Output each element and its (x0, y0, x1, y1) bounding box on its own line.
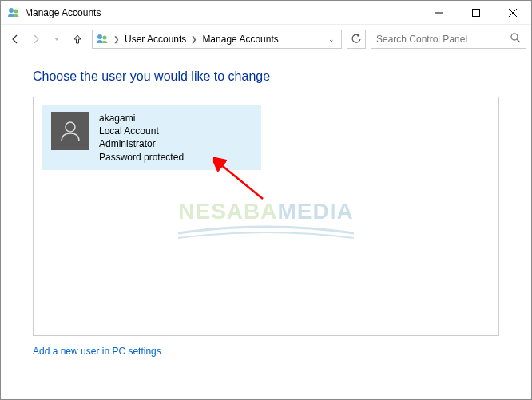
svg-rect-3 (473, 9, 480, 16)
breadcrumb-item-user-accounts[interactable]: User Accounts (123, 34, 188, 45)
titlebar: Manage Accounts (1, 1, 531, 25)
account-role: Administrator (99, 137, 184, 150)
chevron-right-icon[interactable]: ❯ (112, 35, 121, 43)
recent-locations-button[interactable] (47, 30, 66, 49)
account-name: akagami (99, 112, 184, 125)
back-button[interactable] (6, 30, 25, 49)
account-tile[interactable]: akagami Local Account Administrator Pass… (42, 105, 261, 170)
svg-point-6 (97, 34, 102, 39)
up-button[interactable] (68, 30, 87, 49)
watermark: NESABAMEDIA (178, 199, 353, 224)
add-new-user-link[interactable]: Add a new user in PC settings (33, 346, 161, 357)
account-type: Local Account (99, 125, 184, 137)
breadcrumb-icon (96, 33, 109, 46)
watermark-swoosh (174, 219, 358, 243)
svg-line-9 (517, 39, 520, 42)
navbar: ❯ User Accounts ❯ Manage Accounts ⌄ (1, 25, 531, 53)
svg-point-7 (103, 35, 107, 39)
close-button[interactable] (494, 1, 531, 25)
breadcrumb-dropdown-icon[interactable]: ⌄ (325, 35, 338, 43)
svg-point-1 (14, 9, 18, 13)
account-info: akagami Local Account Administrator Pass… (99, 112, 184, 164)
svg-point-10 (66, 122, 75, 132)
search-input[interactable] (376, 34, 510, 45)
content-area: Choose the user you would like to change… (1, 53, 531, 399)
accounts-panel: akagami Local Account Administrator Pass… (33, 97, 499, 336)
breadcrumb-item-manage-accounts[interactable]: Manage Accounts (200, 34, 280, 45)
chevron-right-icon[interactable]: ❯ (189, 35, 199, 43)
search-icon[interactable] (510, 32, 521, 46)
avatar (51, 112, 89, 150)
window-title: Manage Accounts (25, 7, 101, 18)
forward-button[interactable] (26, 30, 46, 49)
svg-point-8 (511, 34, 518, 40)
svg-point-0 (9, 8, 14, 13)
minimize-button[interactable] (421, 1, 458, 25)
refresh-button[interactable] (347, 30, 366, 49)
account-protection: Password protected (99, 151, 184, 164)
breadcrumb[interactable]: ❯ User Accounts ❯ Manage Accounts ⌄ (92, 30, 342, 49)
maximize-button[interactable] (458, 1, 494, 25)
search-box[interactable] (371, 30, 526, 49)
app-icon (7, 6, 20, 19)
page-heading: Choose the user you would like to change (33, 69, 499, 84)
